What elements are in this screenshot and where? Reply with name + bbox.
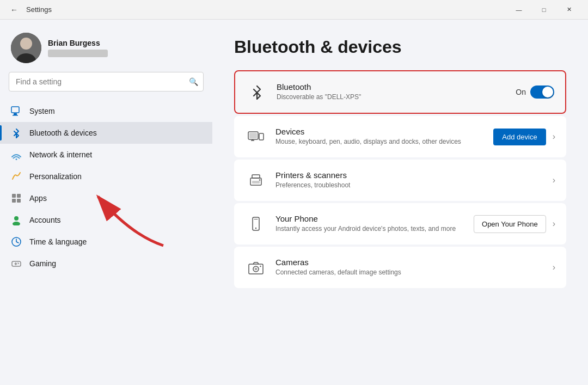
bluetooth-desc: Discoverable as "DELL-XPS" — [277, 93, 507, 102]
svg-point-29 — [255, 228, 256, 229]
phone-text: Your Phone Instantly access your Android… — [275, 214, 465, 234]
sidebar-item-network[interactable]: Network & internet — [0, 144, 212, 166]
phone-chevron: › — [553, 219, 555, 229]
toggle-on-label: On — [516, 88, 526, 96]
sidebar: Brian Burgess 🔍 System — [0, 20, 212, 385]
svg-point-11 — [14, 216, 19, 221]
cameras-title: Cameras — [275, 258, 544, 267]
devices-card: Devices Mouse, keyboard, pen, audio, dis… — [234, 116, 566, 157]
printers-text: Printers & scanners Preferences, trouble… — [275, 170, 544, 190]
bluetooth-toggle-wrap: On — [516, 85, 554, 99]
sidebar-item-system[interactable]: System — [0, 100, 212, 122]
back-button[interactable]: ← — [7, 2, 22, 17]
search-icon: 🔍 — [189, 77, 198, 86]
user-name: Brian Burgess — [48, 39, 108, 47]
apps-label: Apps — [29, 194, 47, 203]
svg-rect-5 — [13, 115, 18, 116]
svg-rect-26 — [252, 175, 260, 178]
bluetooth-card-icon — [246, 81, 268, 103]
devices-desc: Mouse, keyboard, pen, audio, displays an… — [275, 137, 485, 146]
search-input[interactable] — [9, 72, 204, 91]
printers-desc: Preferences, troubleshoot — [275, 181, 544, 190]
cameras-row[interactable]: Cameras Connected cameras, default image… — [234, 247, 566, 288]
page-title: Bluetooth & devices — [234, 37, 566, 57]
cameras-icon — [245, 256, 267, 278]
cameras-action: › — [553, 262, 555, 272]
time-icon — [11, 236, 22, 247]
toggle-knob — [542, 87, 553, 97]
bluetooth-toggle-card[interactable]: Bluetooth Discoverable as "DELL-XPS" On — [234, 70, 566, 114]
sidebar-item-accounts[interactable]: Accounts — [0, 209, 212, 231]
sidebar-item-personalization[interactable]: Personalization — [0, 166, 212, 187]
devices-icon — [245, 126, 267, 148]
close-button[interactable]: ✕ — [556, 0, 581, 20]
accounts-icon — [11, 215, 22, 225]
devices-row[interactable]: Devices Mouse, keyboard, pen, audio, dis… — [234, 116, 566, 157]
phone-row[interactable]: Your Phone Instantly access your Android… — [234, 203, 566, 245]
bluetooth-label: Bluetooth & devices — [29, 129, 97, 137]
svg-point-6 — [16, 158, 17, 160]
printers-icon — [245, 169, 267, 191]
printers-title: Printers & scanners — [275, 170, 544, 180]
devices-action: Add device › — [493, 129, 555, 145]
gaming-icon — [11, 258, 22, 269]
personalization-icon — [11, 171, 22, 182]
phone-title: Your Phone — [275, 214, 465, 223]
user-section: Brian Burgess — [0, 28, 212, 72]
bluetooth-icon — [11, 127, 22, 138]
accounts-label: Accounts — [29, 216, 61, 224]
sidebar-item-bluetooth[interactable]: Bluetooth & devices — [0, 122, 212, 144]
minimize-button[interactable]: — — [506, 0, 531, 20]
svg-point-34 — [260, 266, 261, 267]
svg-point-17 — [18, 263, 19, 264]
bluetooth-title: Bluetooth — [277, 82, 507, 91]
printers-chevron: › — [553, 175, 555, 185]
network-label: Network & internet — [29, 150, 92, 159]
devices-chevron: › — [553, 132, 555, 142]
sidebar-item-apps[interactable]: Apps — [0, 187, 212, 209]
cameras-desc: Connected cameras, default image setting… — [275, 268, 544, 277]
system-label: System — [29, 107, 55, 115]
gaming-label: Gaming — [29, 259, 56, 268]
svg-rect-9 — [12, 199, 16, 203]
bluetooth-text: Bluetooth Discoverable as "DELL-XPS" — [277, 82, 507, 102]
phone-action: Open Your Phone › — [474, 215, 555, 233]
svg-rect-20 — [249, 133, 257, 138]
window-controls: — □ ✕ — [506, 0, 581, 20]
bluetooth-action: On — [516, 85, 554, 99]
bluetooth-toggle[interactable] — [530, 85, 554, 99]
svg-point-1 — [20, 38, 32, 50]
printers-row[interactable]: Printers & scanners Preferences, trouble… — [234, 160, 566, 201]
app-title: Settings — [26, 5, 52, 14]
main-wrapper: Brian Burgess 🔍 System — [0, 20, 588, 385]
printers-action: › — [553, 175, 555, 185]
titlebar: ← Settings — □ ✕ — [0, 0, 588, 20]
cameras-text: Cameras Connected cameras, default image… — [275, 258, 544, 277]
sidebar-item-gaming[interactable]: Gaming — [0, 253, 212, 274]
nav-list: System Bluetooth & devices — [0, 100, 212, 274]
content-area: Bluetooth & devices Bluetooth Discoverab… — [212, 20, 588, 385]
maximize-button[interactable]: □ — [531, 0, 556, 20]
open-phone-button[interactable]: Open Your Phone — [474, 215, 546, 233]
svg-rect-21 — [259, 133, 264, 140]
cameras-chevron: › — [553, 262, 555, 272]
user-email-blur — [48, 50, 108, 57]
phone-icon — [245, 213, 267, 235]
svg-rect-10 — [17, 199, 21, 203]
add-device-button[interactable]: Add device — [493, 129, 546, 145]
svg-rect-4 — [14, 113, 17, 115]
sidebar-item-time[interactable]: Time & language — [0, 231, 212, 253]
svg-rect-25 — [252, 181, 260, 184]
cameras-card: Cameras Connected cameras, default image… — [234, 247, 566, 288]
network-icon — [11, 149, 22, 160]
devices-text: Devices Mouse, keyboard, pen, audio, dis… — [275, 127, 485, 146]
search-box: 🔍 — [9, 72, 204, 91]
time-label: Time & language — [29, 237, 87, 246]
system-icon — [11, 106, 22, 117]
svg-rect-3 — [11, 107, 19, 113]
apps-icon — [11, 193, 22, 204]
svg-point-27 — [259, 179, 260, 180]
avatar — [11, 33, 41, 63]
user-info: Brian Burgess — [48, 39, 108, 57]
printers-card: Printers & scanners Preferences, trouble… — [234, 160, 566, 201]
